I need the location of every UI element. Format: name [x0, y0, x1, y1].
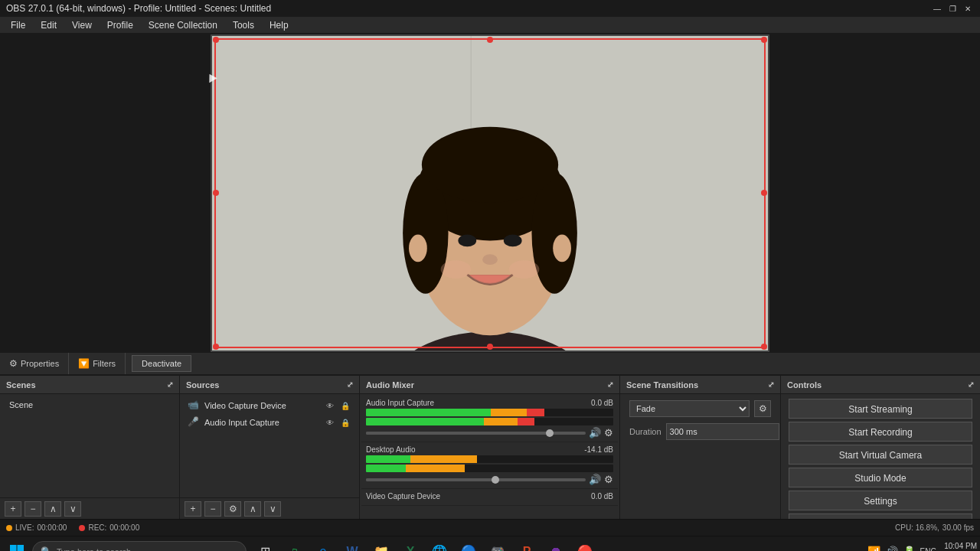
source-item-audio[interactable]: 🎤 Audio Input Capture 👁 🔒 [183, 414, 356, 431]
audio-input-volume-row: 🔊 ⚙ [366, 427, 613, 439]
duration-label: Duration [629, 427, 662, 436]
lang-label[interactable]: ENG [920, 547, 937, 551]
audio-channel-input: Audio Input Capture 0.0 dB 🔊 ⚙ [361, 396, 618, 442]
menu-file[interactable]: File [3, 18, 33, 32]
sources-down-button[interactable]: ∨ [264, 501, 281, 517]
taskbar-app-word[interactable]: W [338, 538, 366, 552]
sources-settings-button[interactable]: ⚙ [224, 501, 241, 517]
live-label: LIVE: [15, 523, 34, 532]
desktop-audio-slider[interactable] [366, 478, 586, 481]
source-video-actions: 👁 🔒 [324, 399, 351, 412]
taskbar-app-red[interactable]: 🔴 [571, 538, 599, 552]
menu-help[interactable]: Help [262, 18, 296, 32]
menu-view[interactable]: View [64, 18, 100, 32]
titlebar-title: OBS 27.0.1 (64-bit, windows) - Profile: … [6, 3, 271, 14]
scenes-remove-button[interactable]: − [24, 501, 41, 517]
minimize-button[interactable]: — [931, 2, 943, 15]
scenes-down-button[interactable]: ∨ [64, 501, 81, 517]
source-video-name: Video Capture Device [204, 401, 319, 410]
filters-tab[interactable]: 🔽 Filters [69, 353, 126, 374]
studio-mode-button[interactable]: Studio Mode [789, 468, 972, 487]
taskbar-clock[interactable]: 10:04 PM 9/9/2021 [944, 541, 977, 552]
taskbar-app-obs[interactable]: ⏺ [542, 538, 570, 552]
audio-mixer-label: Audio Mixer [366, 380, 414, 390]
scenes-list: Scene [0, 394, 179, 497]
sources-toolbar: + − ⚙ ∧ ∨ [180, 497, 359, 519]
titlebar-controls: — ❐ ✕ [931, 2, 974, 15]
scenes-add-button[interactable]: + [5, 501, 21, 517]
audio-channel-desktop-header: Desktop Audio -14.1 dB [366, 445, 613, 454]
audio-capture-icon: 🎤 [188, 416, 200, 429]
menu-edit[interactable]: Edit [33, 18, 64, 32]
transition-settings-button[interactable]: ⚙ [754, 400, 771, 417]
taskbar-app-edge[interactable]: e [309, 538, 337, 552]
source-audio-eye[interactable]: 👁 [324, 416, 336, 429]
filter-icon: 🔽 [78, 358, 90, 369]
taskbar-app-explorer[interactable]: 📁 [368, 538, 395, 552]
audio-mixer-icon[interactable]: ⤢ [607, 380, 613, 389]
live-dot [6, 525, 12, 531]
status-bar: LIVE: 00:00:00 REC: 00:00:00 CPU: 16.8%,… [0, 519, 980, 536]
svg-rect-19 [18, 545, 24, 552]
deactivate-button[interactable]: Deactivate [132, 355, 191, 372]
sources-add-button[interactable]: + [185, 501, 201, 517]
menubar: File Edit View Profile Scene Collection … [0, 17, 980, 34]
tray-battery-icon[interactable]: 🔋 [903, 546, 916, 552]
taskbar-search[interactable]: 🔍 Type here to search [32, 541, 247, 552]
properties-tab-label: Properties [21, 359, 59, 368]
taskbar-app-chrome2[interactable]: 🔵 [455, 538, 482, 552]
source-video-lock[interactable]: 🔒 [339, 399, 351, 412]
audio-input-controls: 🔊 ⚙ [589, 427, 613, 439]
maximize-button[interactable]: ❐ [946, 2, 959, 15]
sources-header-label: Sources [186, 380, 219, 390]
rec-status: REC: 00:00:00 [79, 523, 139, 532]
desktop-audio-volume-row: 🔊 ⚙ [366, 474, 613, 485]
audio-input-slider[interactable] [366, 432, 586, 435]
exit-button[interactable]: Exit [789, 514, 972, 519]
menu-profile[interactable]: Profile [100, 18, 141, 32]
sources-remove-button[interactable]: − [204, 501, 221, 517]
taskbar-app-game[interactable]: 🎮 [484, 538, 511, 552]
menu-scene-collection[interactable]: Scene Collection [141, 18, 225, 32]
tray-volume-icon[interactable]: 🔊 [885, 546, 898, 552]
taskbar-app-spotify[interactable]: ♫ [280, 538, 308, 552]
start-streaming-button[interactable]: Start Streaming [789, 399, 972, 419]
start-recording-button[interactable]: Start Recording [789, 422, 972, 442]
source-item-video[interactable]: 📹 Video Capture Device 👁 🔒 [183, 397, 356, 414]
scenes-panel-icon[interactable]: ⤢ [167, 380, 173, 389]
controls-icon[interactable]: ⤢ [968, 380, 974, 389]
audio-mixer-header: Audio Mixer ⤢ [360, 376, 619, 394]
scenes-up-button[interactable]: ∧ [44, 501, 61, 517]
settings-button[interactable]: Settings [789, 491, 972, 510]
taskbar-app-taskview[interactable]: ⊞ [251, 538, 279, 552]
start-button[interactable] [3, 538, 31, 552]
svg-point-10 [422, 126, 558, 202]
desktop-audio-mute[interactable]: 🔊 [589, 474, 601, 485]
preview-canvas[interactable] [211, 34, 769, 352]
transition-type-select[interactable]: Fade [629, 400, 750, 417]
transitions-icon[interactable]: ⤢ [768, 380, 774, 389]
source-video-eye[interactable]: 👁 [324, 399, 336, 412]
taskbar-app-excel[interactable]: X [397, 538, 424, 552]
source-audio-lock[interactable]: 🔒 [339, 416, 351, 429]
start-virtual-camera-button[interactable]: Start Virtual Camera [789, 445, 972, 465]
properties-tab[interactable]: ⚙ Properties [0, 353, 69, 374]
duration-input[interactable] [666, 423, 779, 440]
sources-up-button[interactable]: ∧ [244, 501, 261, 517]
tray-network-icon[interactable]: 📶 [867, 546, 880, 552]
transition-type-row: Fade ⚙ [623, 397, 777, 420]
taskbar-app-chrome[interactable]: 🌐 [426, 538, 453, 552]
audio-input-settings[interactable]: ⚙ [604, 427, 613, 439]
menu-tools[interactable]: Tools [225, 18, 262, 32]
desktop-audio-settings[interactable]: ⚙ [604, 474, 613, 485]
taskbar-app-ppt[interactable]: P [513, 538, 541, 552]
controls-label: Controls [787, 380, 822, 390]
controls-header: Controls ⤢ [781, 376, 980, 394]
scene-item[interactable]: Scene [3, 397, 176, 412]
sources-panel-icon[interactable]: ⤢ [347, 380, 353, 389]
preview-area [0, 34, 980, 352]
rec-dot [79, 525, 85, 531]
audio-input-mute[interactable]: 🔊 [589, 427, 601, 439]
close-button[interactable]: ✕ [962, 2, 974, 15]
svg-point-16 [441, 260, 472, 279]
